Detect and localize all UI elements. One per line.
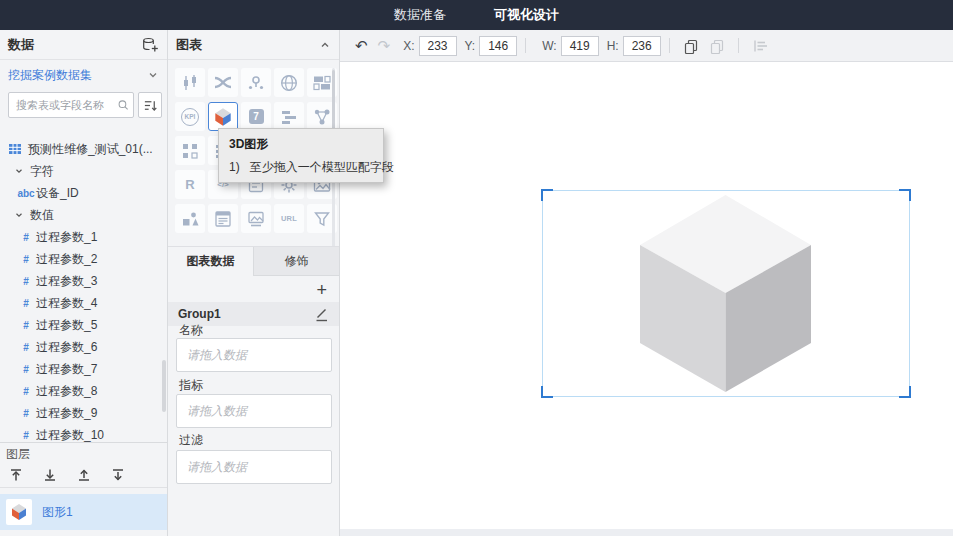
calendar-chart-icon[interactable]: 7 [241,102,271,131]
image-text-icon[interactable] [241,204,271,233]
copy-icon[interactable] [683,38,699,54]
data-panel: 数据 挖掘案例数据集 预测性维修_测试_01(... 字符 abc 设备_ID [0,30,168,536]
selection-corner-icon[interactable] [899,386,911,398]
field-row[interactable]: #过程参数_7 [0,358,167,380]
layers-section: 图层 图形1 [0,442,167,530]
move-to-front-icon[interactable] [8,467,24,483]
drop-zone-name[interactable]: 请拖入数据 [176,338,332,372]
field-label: 过程参数_1 [36,229,97,246]
field-row[interactable]: #过程参数_8 [0,380,167,402]
sankey-chart-icon[interactable] [208,68,238,97]
url-glyph: URL [281,214,297,223]
sort-fields-button[interactable] [138,92,162,118]
add-group-button[interactable]: + [316,280,327,300]
undo-icon[interactable]: ↶ [355,38,368,53]
field-label: 过程参数_4 [36,295,97,312]
collapse-icon[interactable] [319,39,331,51]
align-icon[interactable] [752,38,768,54]
number-type-icon: # [16,430,36,441]
matrix-chart-icon[interactable] [175,136,205,165]
kpi-indicator-icon[interactable]: KPI [175,102,205,131]
field-label: 设备_ID [36,185,79,202]
number-type-icon: # [16,320,36,331]
field-group-string[interactable]: 字符 [0,160,167,182]
field-label: 过程参数_9 [36,405,97,422]
dataset-selector[interactable]: 挖掘案例数据集 [0,62,167,88]
w-input[interactable] [561,36,599,56]
edit-group-icon[interactable] [314,307,329,322]
url-component-icon[interactable]: URL [274,204,304,233]
section-label-metric: 指标 [179,377,203,394]
search-row [8,92,162,118]
field-row[interactable]: #过程参数_4 [0,292,167,314]
candlestick-chart-icon[interactable] [175,68,205,97]
chart-config-tabs: 图表数据 修饰 [168,246,339,276]
move-to-back-icon[interactable] [42,467,58,483]
field-row[interactable]: #过程参数_9 [0,402,167,424]
world-map-icon[interactable] [274,68,304,97]
number-type-icon: # [16,298,36,309]
field-label: 过程参数_2 [36,251,97,268]
table-icon [8,142,22,156]
y-input[interactable] [479,36,517,56]
move-up-icon[interactable] [76,467,92,483]
layer-item-shape1[interactable]: 图形1 [0,494,167,530]
field-row[interactable]: abc 设备_ID [0,182,167,204]
number-type-icon: # [16,408,36,419]
field-row[interactable]: #过程参数_3 [0,270,167,292]
selection-corner-icon[interactable] [541,189,553,201]
field-row[interactable]: #过程参数_6 [0,336,167,358]
chevron-down-icon [14,210,24,220]
calendar-7-glyph: 7 [249,109,264,124]
add-dataset-icon[interactable] [141,36,159,54]
field-label: 过程参数_6 [36,339,97,356]
chevron-down-icon [147,69,159,81]
data-panel-header: 数据 [0,30,167,60]
h-input[interactable] [623,36,661,56]
field-group-number[interactable]: 数值 [0,204,167,226]
shapes-component-icon[interactable] [175,204,205,233]
selection-corner-icon[interactable] [899,189,911,201]
3d-chart-tooltip: 3D图形 1) 至少拖入一个模型匹配字段 [218,128,384,183]
toolbar-separator [669,38,670,53]
dataset-table-row[interactable]: 预测性维修_测试_01(... [0,138,167,160]
move-down-icon[interactable] [110,467,126,483]
point-map-icon[interactable] [241,68,271,97]
detail-table-icon[interactable] [208,204,238,233]
field-row[interactable]: #过程参数_1 [0,226,167,248]
r-script-icon[interactable]: R [175,170,205,199]
top-navigation-bar: 数据准备 可视化设计 [0,0,953,30]
3d-cube-model[interactable] [640,195,811,392]
paste-icon[interactable] [709,38,725,54]
search-input[interactable] [16,99,117,111]
sort-icon [143,98,158,113]
string-type-icon: abc [16,188,36,199]
number-type-icon: # [16,386,36,397]
3d-chart-icon[interactable] [208,102,238,131]
chart-type-panel: 图表 KPI 7 R </> URL 图表数据 修饰 + [168,30,340,536]
selection-corner-icon[interactable] [541,386,553,398]
tab-visual-design[interactable]: 可视化设计 [494,6,559,24]
h-label: H: [607,39,619,53]
3d-cube-icon [6,499,32,525]
w-label: W: [542,39,556,53]
redo-icon[interactable]: ↷ [378,38,391,53]
data-panel-scrollbar[interactable] [162,360,166,412]
field-row[interactable]: #过程参数_2 [0,248,167,270]
design-canvas[interactable] [340,62,953,529]
r-glyph: R [185,177,194,192]
x-input[interactable] [419,36,457,56]
tab-decoration[interactable]: 修饰 [253,247,339,276]
field-label: 过程参数_7 [36,361,97,378]
tab-data-preparation[interactable]: 数据准备 [394,6,446,24]
gantt-chart-icon[interactable] [274,102,304,131]
field-row[interactable]: #过程参数_5 [0,314,167,336]
x-label: X: [403,39,414,53]
section-label-name: 名称 [179,322,203,339]
tab-chart-data[interactable]: 图表数据 [168,247,253,276]
canvas-bottom-strip [340,529,953,536]
drop-zone-filter[interactable]: 请拖入数据 [176,450,332,484]
kpi-glyph: KPI [181,108,199,126]
drop-zone-metric[interactable]: 请拖入数据 [176,394,332,428]
add-group-row: + [168,280,339,302]
